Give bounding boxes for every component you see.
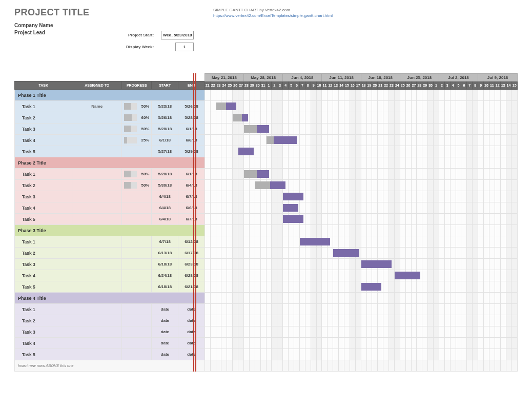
task-row[interactable]: Task 2datedate: [15, 315, 518, 326]
task-name[interactable]: Task 4: [15, 135, 72, 146]
task-progress[interactable]: [122, 326, 152, 338]
task-name[interactable]: Task 4: [15, 338, 72, 349]
task-progress[interactable]: [122, 304, 152, 315]
task-end[interactable]: 6/7/18: [178, 214, 205, 225]
phase-title[interactable]: Phase 3 Title: [15, 225, 205, 236]
task-progress[interactable]: 60%: [122, 112, 152, 124]
phase-header-row[interactable]: Phase 4 Title: [15, 293, 518, 304]
company-name[interactable]: Company Name: [14, 22, 518, 29]
task-name[interactable]: Task 4: [15, 202, 72, 214]
task-end[interactable]: 6/1/18: [178, 124, 205, 135]
task-row[interactable]: Task 1datedate: [15, 304, 518, 315]
task-assigned[interactable]: [72, 180, 122, 191]
task-end[interactable]: 6/23/18: [178, 259, 205, 270]
task-progress[interactable]: [122, 236, 152, 248]
task-row[interactable]: Task 56/4/186/7/18: [15, 214, 518, 225]
task-row[interactable]: Task 16/7/186/12/18: [15, 236, 518, 248]
task-progress[interactable]: [122, 259, 152, 270]
task-assigned[interactable]: [72, 349, 122, 360]
task-end[interactable]: date: [178, 326, 205, 338]
task-assigned[interactable]: [72, 146, 122, 157]
task-assigned[interactable]: [72, 259, 122, 270]
task-name[interactable]: Task 2: [15, 112, 72, 124]
task-start[interactable]: 6/18/18: [152, 281, 178, 293]
task-row[interactable]: Task 350%5/28/186/1/18: [15, 124, 518, 135]
task-name[interactable]: Task 5: [15, 214, 72, 225]
task-end[interactable]: 6/17/18: [178, 248, 205, 259]
task-assigned[interactable]: [72, 315, 122, 326]
task-end[interactable]: date: [178, 338, 205, 349]
task-start[interactable]: 6/4/18: [152, 202, 178, 214]
task-name[interactable]: Task 5: [15, 349, 72, 360]
task-assigned[interactable]: [72, 202, 122, 214]
task-assigned[interactable]: [72, 191, 122, 202]
task-row[interactable]: Task 56/18/186/21/18: [15, 281, 518, 293]
gantt-bar[interactable]: [255, 180, 260, 191]
task-row[interactable]: Task 3datedate: [15, 326, 518, 338]
task-assigned[interactable]: [72, 169, 122, 180]
task-end[interactable]: 6/6/18: [178, 135, 205, 146]
task-assigned[interactable]: [72, 236, 122, 248]
task-row[interactable]: Task 55/27/185/29/18: [15, 146, 518, 157]
gantt-bar[interactable]: [283, 214, 288, 224]
task-name[interactable]: Task 1: [15, 236, 72, 248]
gantt-bar[interactable]: [300, 236, 305, 247]
task-start[interactable]: 6/4/18: [152, 191, 178, 202]
task-row[interactable]: Task 425%6/1/186/6/18: [15, 135, 518, 146]
task-start[interactable]: date: [152, 338, 178, 349]
task-row[interactable]: Task 1Name50%5/23/185/26/18: [15, 101, 518, 112]
task-progress[interactable]: [122, 349, 152, 360]
task-end[interactable]: 5/28/18: [178, 112, 205, 124]
task-assigned[interactable]: Name: [72, 101, 122, 112]
gantt-bar[interactable]: [283, 191, 288, 202]
task-name[interactable]: Task 1: [15, 169, 72, 180]
task-name[interactable]: Task 4: [15, 270, 72, 281]
task-assigned[interactable]: [72, 270, 122, 281]
task-name[interactable]: Task 5: [15, 146, 72, 157]
task-assigned[interactable]: [72, 112, 122, 124]
task-name[interactable]: Task 1: [15, 304, 72, 315]
task-start[interactable]: 5/26/18: [152, 112, 178, 124]
task-start[interactable]: 5/27/18: [152, 146, 178, 157]
task-start[interactable]: date: [152, 315, 178, 326]
task-end[interactable]: 6/7/18: [178, 191, 205, 202]
gantt-grid[interactable]: May 21, 2018May 28, 2018Jun 4, 2018Jun 1…: [14, 73, 518, 372]
phase-header-row[interactable]: Phase 3 Title: [15, 225, 518, 236]
phase-title[interactable]: Phase 1 Title: [15, 90, 205, 101]
task-progress[interactable]: 50%: [122, 169, 152, 180]
phase-header-row[interactable]: Phase 2 Title: [15, 157, 518, 169]
task-progress[interactable]: [122, 248, 152, 259]
task-progress[interactable]: [122, 315, 152, 326]
task-end[interactable]: 6/28/18: [178, 270, 205, 281]
task-progress[interactable]: [122, 146, 152, 157]
task-assigned[interactable]: [72, 338, 122, 349]
task-name[interactable]: Task 2: [15, 248, 72, 259]
source-link[interactable]: https://www.vertex42.com/ExcelTemplates/…: [213, 13, 333, 18]
task-start[interactable]: 6/4/18: [152, 214, 178, 225]
task-progress[interactable]: [122, 270, 152, 281]
task-end[interactable]: 6/1/18: [178, 169, 205, 180]
task-name[interactable]: Task 3: [15, 259, 72, 270]
task-assigned[interactable]: [72, 281, 122, 293]
task-end[interactable]: date: [178, 349, 205, 360]
task-name[interactable]: Task 1: [15, 101, 72, 112]
task-row[interactable]: Task 5datedate: [15, 349, 518, 360]
task-row[interactable]: Task 150%5/28/186/1/18: [15, 169, 518, 180]
task-row[interactable]: Task 260%5/26/185/28/18: [15, 112, 518, 124]
task-start[interactable]: 6/13/18: [152, 248, 178, 259]
task-end[interactable]: 6/4/18: [178, 180, 205, 191]
task-name[interactable]: Task 3: [15, 124, 72, 135]
task-name[interactable]: Task 3: [15, 326, 72, 338]
task-progress[interactable]: [122, 202, 152, 214]
task-assigned[interactable]: [72, 135, 122, 146]
task-row[interactable]: Task 36/18/186/23/18: [15, 259, 518, 270]
task-row[interactable]: Task 26/13/186/17/18: [15, 248, 518, 259]
task-name[interactable]: Task 3: [15, 191, 72, 202]
task-start[interactable]: date: [152, 349, 178, 360]
task-assigned[interactable]: [72, 248, 122, 259]
task-start[interactable]: 6/1/18: [152, 135, 178, 146]
task-progress[interactable]: 25%: [122, 135, 152, 146]
gantt-bar[interactable]: [244, 169, 249, 179]
task-progress[interactable]: [122, 214, 152, 225]
gantt-bar[interactable]: [361, 281, 366, 292]
